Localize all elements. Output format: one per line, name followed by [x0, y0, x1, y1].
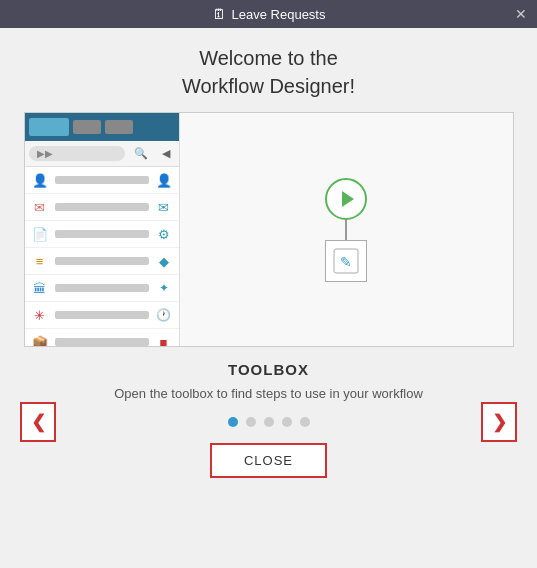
item-icon-1: 👤	[31, 171, 49, 189]
svg-text:✎: ✎	[340, 254, 352, 270]
sidebar-top-bar	[25, 113, 179, 141]
item-icon-4: ≡	[31, 252, 49, 270]
workflow-action-node: ✎	[325, 240, 367, 282]
item-text-7	[55, 338, 149, 346]
sidebar-tab-2	[105, 120, 133, 134]
title-bar-label: Leave Requests	[232, 7, 326, 22]
item-right-icon-1: 👤	[155, 171, 173, 189]
toolbox-title: TOOLBOX	[228, 361, 309, 378]
sidebar-tab-1	[73, 120, 101, 134]
sidebar-collapse-button[interactable]: ◀	[157, 145, 175, 163]
designer-preview: ▶▶ 🔍 ◀ 👤 👤 ✉ ✉	[24, 112, 514, 347]
navigation-row: ❮ ❯	[0, 417, 537, 427]
sidebar-tab-active	[29, 118, 69, 136]
sidebar-items-list: 👤 👤 ✉ ✉ 📄 ⚙ ≡	[25, 167, 179, 346]
play-icon	[342, 191, 354, 207]
item-icon-3: 📄	[31, 225, 49, 243]
toolbox-description: Open the toolbox to find steps to use in…	[94, 386, 443, 401]
sidebar-item: 🏛 ✦	[25, 275, 179, 302]
item-right-icon-7: ■	[155, 333, 173, 346]
welcome-line2: Workflow Designer!	[182, 72, 355, 100]
item-right-icon-3: ⚙	[155, 225, 173, 243]
next-button[interactable]: ❯	[481, 402, 517, 442]
workflow-start-node	[325, 178, 367, 220]
title-bar-icon: 🗓	[212, 6, 226, 22]
dot-4	[282, 417, 292, 427]
item-icon-7: 📦	[31, 333, 49, 346]
item-right-icon-5: ✦	[155, 279, 173, 297]
welcome-line1: Welcome to the	[182, 44, 355, 72]
sidebar-item: 👤 👤	[25, 167, 179, 194]
toolbox-section: TOOLBOX Open the toolbox to find steps t…	[0, 361, 537, 417]
close-button-row: CLOSE	[210, 443, 327, 478]
close-button[interactable]: CLOSE	[210, 443, 327, 478]
dot-1	[228, 417, 238, 427]
workflow-connector-1	[345, 220, 347, 240]
designer-sidebar: ▶▶ 🔍 ◀ 👤 👤 ✉ ✉	[25, 113, 180, 346]
title-bar: 🗓 Leave Requests ✕	[0, 0, 537, 28]
sidebar-toolbar: ▶▶ 🔍 ◀	[25, 141, 179, 167]
item-text-1	[55, 176, 149, 184]
item-icon-6: ✳	[31, 306, 49, 324]
sidebar-search-button[interactable]: 🔍	[131, 144, 151, 164]
item-icon-5: 🏛	[31, 279, 49, 297]
action-node-icon: ✎	[332, 247, 360, 275]
main-content: Welcome to the Workflow Designer! ▶▶ 🔍 ◀	[0, 28, 537, 568]
item-text-5	[55, 284, 149, 292]
canvas-workflow: ✎	[325, 178, 367, 282]
item-text-4	[55, 257, 149, 265]
dot-3	[264, 417, 274, 427]
item-right-icon-2: ✉	[155, 198, 173, 216]
item-icon-2: ✉	[31, 198, 49, 216]
dot-5	[300, 417, 310, 427]
sidebar-item: ✉ ✉	[25, 194, 179, 221]
item-right-icon-6: 🕐	[155, 306, 173, 324]
pagination-dots	[228, 417, 310, 427]
item-right-icon-4: ◆	[155, 252, 173, 270]
item-text-3	[55, 230, 149, 238]
title-bar-close-button[interactable]: ✕	[515, 6, 527, 22]
sidebar-item: 📄 ⚙	[25, 221, 179, 248]
sidebar-item: ✳ 🕐	[25, 302, 179, 329]
dot-2	[246, 417, 256, 427]
item-text-2	[55, 203, 149, 211]
welcome-heading: Welcome to the Workflow Designer!	[182, 44, 355, 100]
sidebar-breadcrumb: ▶▶	[29, 146, 125, 161]
item-text-6	[55, 311, 149, 319]
sidebar-item: ≡ ◆	[25, 248, 179, 275]
designer-canvas: ✎	[180, 113, 513, 346]
sidebar-item: 📦 ■	[25, 329, 179, 346]
prev-button[interactable]: ❮	[20, 402, 56, 442]
